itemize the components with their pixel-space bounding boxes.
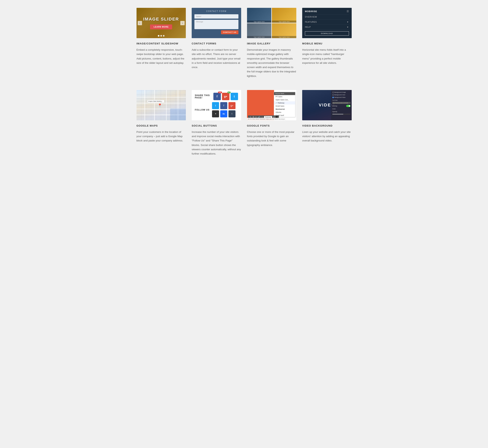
- gallery-preview-image: Type caption here Type caption here Type…: [247, 8, 296, 38]
- gallery-caption-4: Type caption here: [272, 36, 296, 38]
- share-facebook-button[interactable]: f 192: [213, 93, 221, 100]
- follow-row: FOLLOW US t f g+ ☀ Be t: [195, 102, 238, 117]
- feature-grid-row1: IMAGE SLIDER LEARN MORE ‹ › IMAGE/CONTEN…: [136, 8, 352, 78]
- share-twitter-button[interactable]: t: [231, 93, 238, 100]
- slider-learn-more-button[interactable]: LEARN MORE: [150, 24, 172, 29]
- vp-bg-color-option[interactable]: Background Color: [332, 94, 351, 96]
- follow-facebook-button[interactable]: f: [220, 102, 227, 109]
- google-fonts-desc: Choose one or more of the most popular f…: [247, 130, 296, 147]
- google-fonts-title: GOOGLE FONTS: [247, 124, 296, 127]
- social-preview: SHARE THIS PAGE! f 192 g+ 47 t: [192, 90, 241, 120]
- vp-bg-color-radio-icon[interactable]: [332, 94, 334, 96]
- vp-bg-color-label: Background Color: [335, 94, 345, 96]
- video-preview-image: VIDEO Background Image Background Color: [302, 90, 352, 120]
- slider-prev-button[interactable]: ‹: [138, 21, 142, 25]
- follow-tumblr-button[interactable]: t: [228, 110, 235, 117]
- fonts-dropdown-header: Source-Serif...: [274, 92, 295, 95]
- follow-label: FOLLOW US: [195, 109, 210, 111]
- googleplus-share-count: 47: [227, 92, 231, 93]
- map-pin-icon: 📍: [158, 103, 162, 108]
- slideshow-title: IMAGE/CONTENT SLIDESHOW: [136, 42, 186, 45]
- follow-googleplus-button[interactable]: g+: [228, 102, 235, 109]
- image-gallery-desc: Demonstrate your images in masonry mobil…: [247, 48, 296, 78]
- vp-bg-image-option[interactable]: Background Image: [332, 92, 351, 93]
- contact-form-message-field: Message: [194, 20, 239, 29]
- feature-card-google-fonts: Source-Serif... PT Sans Open Sans Cot...…: [247, 90, 296, 156]
- font-option-ubuntu[interactable]: Ubuntu: [274, 111, 295, 114]
- video-preview: VIDEO Background Image Background Color: [302, 90, 352, 120]
- mm-nav-features-label: FEATURES: [305, 21, 317, 23]
- mm-download-button[interactable]: DOWNLOAD: [305, 31, 349, 36]
- google-maps-title: GOOGLE MAPS: [136, 124, 186, 127]
- slider-next-button[interactable]: ›: [180, 21, 185, 25]
- slider-dot-1[interactable]: [158, 35, 160, 37]
- gallery-thumb-3[interactable]: Type caption here: [247, 23, 272, 38]
- gallery-thumb-2[interactable]: Type caption here: [272, 8, 296, 23]
- follow-twitter-button[interactable]: t: [212, 102, 219, 109]
- gallery-thumb-1[interactable]: Type caption here: [247, 8, 272, 23]
- google-maps-desc: Point your customers in the location of …: [136, 130, 186, 143]
- follow-icons: t f g+ ☀ Be t: [212, 102, 237, 117]
- video-background-desc: Liven up your website and catch your sit…: [302, 130, 352, 143]
- slider-overlay: IMAGE SLIDER LEARN MORE: [136, 8, 186, 38]
- vp-overlay-toggle[interactable]: [346, 105, 351, 107]
- mm-nav-overview[interactable]: OVERVIEW: [305, 15, 349, 20]
- slider-dot-3[interactable]: [163, 35, 165, 37]
- font-option-raleway[interactable]: ✓ Raleway: [274, 101, 295, 104]
- contact-form-message-placeholder: Message: [196, 21, 203, 23]
- gallery-thumb-4[interactable]: Type caption here: [272, 23, 296, 38]
- facebook-icon: f: [216, 95, 217, 98]
- contact-form-name-placeholder: Name*: [196, 16, 201, 17]
- vp-youtube-label: YouTube: [332, 100, 351, 101]
- gallery-caption-2: Type caption here: [272, 21, 296, 23]
- feature-card-contact-forms: CONTACT FORM Name* Message CONTACT US CO…: [192, 8, 241, 78]
- feature-card-mobile-menu: MOBIRISE ☰ OVERVIEW FEATURES ▼ HELP ▼ DO…: [302, 8, 352, 78]
- font-option-droid-sans[interactable]: Droid Sans: [274, 104, 295, 108]
- video-background-title: VIDEO BACKGROUND: [302, 124, 352, 127]
- contact-form-submit-button[interactable]: CONTACT US: [221, 30, 238, 34]
- feature-grid-row2: Empire State Building × 📍 GOOGLE MAPS Po…: [136, 90, 352, 156]
- contact-form-preview-title: CONTACT FORM: [194, 10, 239, 12]
- mm-nav-help-label: HELP: [305, 26, 311, 28]
- contact-forms-title: CONTACT FORMS: [192, 42, 241, 45]
- contact-form-preview: CONTACT FORM Name* Message CONTACT US: [192, 8, 241, 38]
- slider-dot-2[interactable]: [160, 35, 162, 37]
- share-row: SHARE THIS PAGE! f 192 g+ 47 t: [195, 93, 238, 100]
- mm-nav-overview-label: OVERVIEW: [305, 16, 317, 18]
- font-option-montserrat[interactable]: Montserrat: [274, 108, 295, 111]
- font-option-open-sans[interactable]: Open Sans Cot...: [274, 98, 295, 101]
- fonts-dropdown[interactable]: Source-Serif... PT Sans Open Sans Cot...…: [274, 92, 295, 117]
- follow-behance-button[interactable]: Be: [220, 110, 227, 117]
- vp-bg-video-option[interactable]: Background Video: [332, 97, 351, 98]
- contact-form-preview-image: CONTACT FORM Name* Message CONTACT US: [192, 8, 241, 38]
- contact-forms-desc: Add a subscribe or contact form to your …: [192, 48, 241, 69]
- vp-bg-image-radio-icon[interactable]: [332, 92, 334, 93]
- map-label-close-button[interactable]: ×: [162, 100, 163, 102]
- gallery-caption-1: Type caption here: [247, 21, 272, 23]
- fonts-preview-image: Source-Serif... PT Sans Open Sans Cot...…: [247, 90, 296, 120]
- mm-nav-features[interactable]: FEATURES ▼: [305, 20, 349, 25]
- follow-github-button[interactable]: ☀: [212, 110, 219, 117]
- vp-opacity-slider[interactable]: [332, 114, 351, 114]
- feature-card-google-maps: Empire State Building × 📍 GOOGLE MAPS Po…: [136, 90, 186, 156]
- font-option-pt-sans[interactable]: PT Sans: [274, 95, 295, 98]
- share-icons: f 192 g+ 47 t: [213, 93, 238, 100]
- social-buttons-title: SOCIAL BUTTONS: [192, 124, 241, 127]
- maps-preview-image: Empire State Building × 📍: [136, 90, 186, 120]
- fonts-preview: Source-Serif... PT Sans Open Sans Cot...…: [247, 90, 296, 120]
- map-label-text: Empire State Building: [148, 101, 161, 102]
- social-buttons-desc: Increase the number of your site visitor…: [192, 130, 241, 156]
- twitter-share-icon: t: [234, 95, 235, 98]
- hamburger-icon[interactable]: ☰: [347, 10, 349, 13]
- vp-bg-video-radio-icon[interactable]: [332, 97, 334, 98]
- mobile-menu-desc: Horizontal site menu folds itself into a…: [302, 48, 352, 65]
- mm-nav-help[interactable]: HELP ▼: [305, 25, 349, 30]
- feature-card-image-gallery: Type caption here Type caption here Type…: [247, 8, 296, 78]
- feature-card-social-buttons: SHARE THIS PAGE! f 192 g+ 47 t: [192, 90, 241, 156]
- contact-form-name-field: Name*: [194, 14, 239, 19]
- vp-url-input[interactable]: http://www.youtube.com/watd: [332, 102, 351, 104]
- feature-card-slideshow: IMAGE SLIDER LEARN MORE ‹ › IMAGE/CONTEN…: [136, 8, 186, 78]
- vp-opacity-label: Opacity: [332, 111, 337, 112]
- share-googleplus-button[interactable]: g+ 47: [222, 93, 229, 100]
- fonts-ticker-text: ite in a few clicks! Mobirise helps you …: [247, 118, 296, 120]
